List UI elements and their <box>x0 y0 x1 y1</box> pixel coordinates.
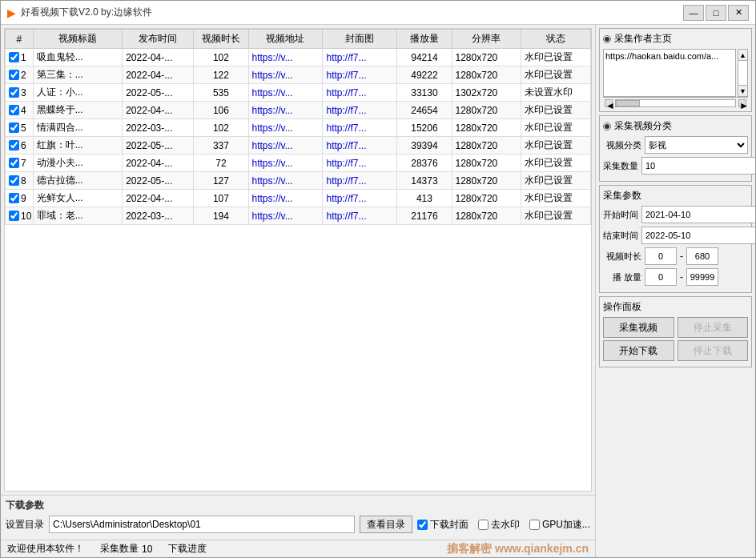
category-field-row: 视频分类 影视 综艺 音乐 体育 游戏 动漫 纪录片 <box>603 136 748 154</box>
author-url-input[interactable] <box>603 49 736 97</box>
category-radio[interactable] <box>603 122 611 130</box>
start-time-input[interactable] <box>641 206 755 223</box>
category-select[interactable]: 影视 综艺 音乐 体育 游戏 动漫 纪录片 <box>645 136 748 154</box>
row-checkbox[interactable] <box>9 52 19 62</box>
end-time-input[interactable] <box>641 227 755 244</box>
table-row[interactable]: 4黑蝶终于...2022-04-...106https://v...http:/… <box>6 102 591 119</box>
table-row[interactable]: 9光鲜女人...2022-04-...107https://v...http:/… <box>6 190 591 207</box>
cell-play: 15206 <box>397 119 452 137</box>
row-num: 2 <box>21 70 26 81</box>
dur-sep: - <box>678 251 685 262</box>
start-download-button[interactable]: 开始下载 <box>603 340 674 361</box>
cell-res: 1280x720 <box>452 137 521 155</box>
cell-date: 2022-04-... <box>123 155 194 172</box>
row-checkbox[interactable] <box>9 87 19 98</box>
cell-url: https://v... <box>248 119 323 137</box>
row-checkbox[interactable] <box>9 175 19 186</box>
scroll-down-icon[interactable]: ▼ <box>738 85 747 96</box>
end-time-label: 结束时间 <box>603 230 638 242</box>
cell-url: https://v... <box>248 102 323 119</box>
scroll-left-icon[interactable]: ◄ <box>605 99 613 107</box>
cell-date: 2022-05-... <box>123 84 194 102</box>
cell-status: 水印已设置 <box>521 190 591 207</box>
row-checkbox[interactable] <box>9 158 19 168</box>
play-min-input[interactable] <box>645 268 677 286</box>
cb-cover-item: 下载封面 <box>417 518 468 532</box>
cell-num: 2 <box>6 66 34 84</box>
collect-button[interactable]: 采集视频 <box>603 317 674 338</box>
cell-status: 水印已设置 <box>521 207 591 225</box>
params-section-label: 采集参数 <box>603 189 641 203</box>
cell-status: 水印已设置 <box>521 172 591 190</box>
left-panel: # 视频标题 发布时间 视频时长 视频地址 封面图 播放量 分辨率 状态 1吸血… <box>1 25 595 557</box>
cell-date: 2022-03-... <box>123 207 194 225</box>
cell-date: 2022-04-... <box>123 49 194 66</box>
cell-res: 1280x720 <box>452 102 521 119</box>
dur-min-input[interactable] <box>645 247 677 265</box>
table-row[interactable]: 3人证：小...2022-05-...535https://v...http:/… <box>6 84 591 102</box>
row-checkbox[interactable] <box>9 140 19 151</box>
download-params-title: 下载参数 <box>6 499 590 512</box>
cell-num: 5 <box>6 119 34 137</box>
author-radio[interactable] <box>603 35 611 43</box>
row-num: 5 <box>21 122 26 134</box>
dir-input[interactable] <box>49 516 355 533</box>
cb-gpu[interactable] <box>529 520 540 530</box>
cell-title: 人证：小... <box>33 84 123 102</box>
scroll-up-icon[interactable]: ▲ <box>738 50 747 61</box>
close-button[interactable]: ✕ <box>728 5 749 21</box>
cell-cover: http://f7... <box>323 155 397 172</box>
table-row[interactable]: 5情满四合...2022-03-...102https://v...http:/… <box>6 119 591 137</box>
dur-max-input[interactable] <box>686 247 718 265</box>
row-checkbox[interactable] <box>9 193 19 203</box>
row-num: 8 <box>21 175 26 187</box>
h-scroll-thumb[interactable] <box>616 100 640 106</box>
minimize-button[interactable]: — <box>683 5 704 21</box>
category-section: 采集视频分类 视频分类 影视 综艺 音乐 体育 游戏 动漫 纪录片 采集数量 <box>599 115 752 182</box>
cell-title: 吸血鬼轻... <box>33 49 123 66</box>
table-row[interactable]: 8德古拉德...2022-05-...127https://v...http:/… <box>6 172 591 190</box>
table-row[interactable]: 2第三集：...2022-04-...122https://v...http:/… <box>6 66 591 84</box>
table-row[interactable]: 10罪域：老...2022-03-...194https://v...http:… <box>6 207 591 225</box>
row-checkbox[interactable] <box>9 70 19 80</box>
table-row[interactable]: 6红旗：叶...2022-05-...337https://v...http:/… <box>6 137 591 155</box>
watermark-text: 掮客解密 www.qiankejm.cn <box>447 542 589 556</box>
progress-item: 下载进度 <box>168 542 210 556</box>
cell-cover: http://f7... <box>323 84 397 102</box>
end-time-row: 结束时间 <box>603 227 748 244</box>
row-checkbox[interactable] <box>9 105 19 115</box>
play-range: - <box>645 268 718 286</box>
checkbox-group: 下载封面 去水印 GPU加速... <box>417 518 590 532</box>
cell-url: https://v... <box>248 49 323 66</box>
progress-label: 下载进度 <box>168 542 207 556</box>
cb-cover[interactable] <box>417 520 428 530</box>
title-bar: ▶ 好看视频下载V2.0 by:边缘软件 — □ ✕ <box>1 1 755 25</box>
count-field-input[interactable] <box>641 157 755 175</box>
table-row[interactable]: 7动漫小夫...2022-04-...72https://v...http://… <box>6 155 591 172</box>
cell-num: 1 <box>6 49 34 66</box>
cell-url: https://v... <box>248 172 323 190</box>
maximize-button[interactable]: □ <box>706 5 726 21</box>
dur-range: - <box>645 247 718 265</box>
author-scrollbar-h[interactable]: ◄ ► <box>603 97 748 108</box>
row-checkbox[interactable] <box>9 211 19 221</box>
table-row[interactable]: 1吸血鬼轻...2022-04-...102https://v...http:/… <box>6 49 591 66</box>
cell-cover: http://f7... <box>323 49 397 66</box>
scroll-right-icon[interactable]: ► <box>738 99 746 107</box>
stop-download-button[interactable]: 停止下载 <box>678 340 749 361</box>
dur-row: 视频时长 - <box>603 247 748 265</box>
stop-collect-button[interactable]: 停止采集 <box>678 317 749 338</box>
cell-play: 413 <box>397 190 452 207</box>
cell-dur: 194 <box>194 207 248 225</box>
cell-status: 水印已设置 <box>521 49 591 66</box>
cell-cover: http://f7... <box>323 207 397 225</box>
play-max-input[interactable] <box>686 268 718 286</box>
table-container[interactable]: # 视频标题 发布时间 视频时长 视频地址 封面图 播放量 分辨率 状态 1吸血… <box>4 28 592 492</box>
cell-url: https://v... <box>248 155 323 172</box>
cell-cover: http://f7... <box>323 172 397 190</box>
count-field-row: 采集数量 <box>603 157 748 175</box>
cb-watermark-label: 去水印 <box>491 518 520 532</box>
row-checkbox[interactable] <box>9 122 19 133</box>
cb-watermark[interactable] <box>478 520 489 530</box>
browse-button[interactable]: 查看目录 <box>360 516 412 533</box>
